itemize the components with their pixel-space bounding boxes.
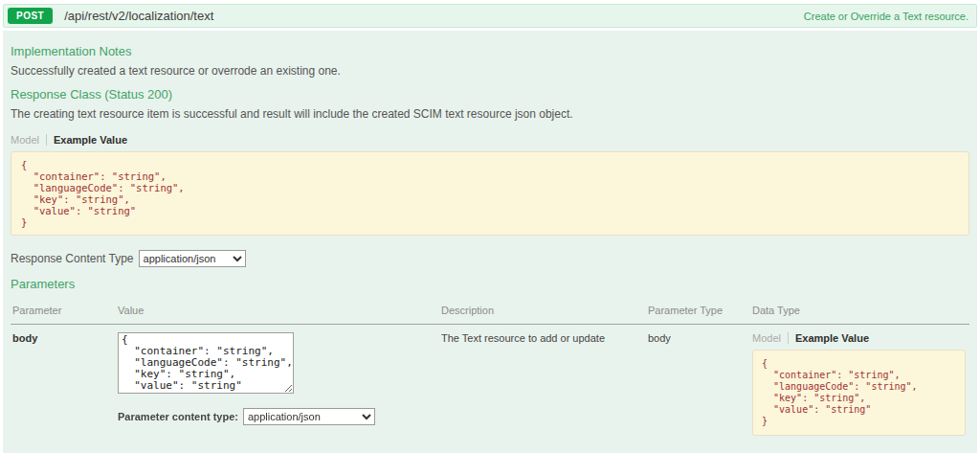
data-type-example-json: { "container": "string", "languageCode":…	[752, 350, 966, 436]
response-content-type-select[interactable]: application/json	[139, 250, 246, 267]
body-parameter-input[interactable]: { "container": "string", "languageCode":…	[118, 332, 294, 394]
parameter-name: body	[12, 332, 37, 344]
data-type-tab-example-value[interactable]: Example Value	[795, 332, 869, 344]
data-type-tabs: Model Example Value	[752, 332, 966, 344]
parameter-content-type-label: Parameter content type:	[118, 411, 238, 422]
response-class-text: The creating text resource item is succe…	[11, 107, 969, 121]
tab-example-value[interactable]: Example Value	[54, 134, 127, 146]
parameters-header-row: Parameter Value Description Parameter Ty…	[11, 297, 969, 325]
col-data-type: Data Type	[750, 297, 969, 325]
col-value: Value	[116, 297, 439, 325]
http-method-badge: POST	[8, 8, 53, 24]
response-content-type-label: Response Content Type	[11, 252, 134, 265]
implementation-notes-text: Successfully created a text resource or …	[11, 64, 969, 78]
response-content-type-row: Response Content Type application/json	[11, 250, 969, 267]
endpoint-summary-link[interactable]: Create or Override a Text resource.	[804, 11, 969, 22]
parameter-content-type-row: Parameter content type: application/json	[118, 408, 435, 425]
parameter-content-type-select[interactable]: application/json	[243, 408, 375, 425]
operation-panel: Implementation Notes Successfully create…	[3, 31, 977, 453]
endpoint-path: /api/rest/v2/localization/text	[64, 9, 213, 23]
data-type-tab-model[interactable]: Model	[752, 332, 789, 344]
endpoint-header[interactable]: POST /api/rest/v2/localization/text Crea…	[3, 4, 977, 28]
col-parameter-type: Parameter Type	[646, 297, 750, 325]
parameters-table: Parameter Value Description Parameter Ty…	[11, 297, 969, 442]
col-description: Description	[439, 297, 646, 325]
response-class-tabs: Model Example Value	[11, 134, 969, 146]
parameter-description: The Text resource to add or update	[441, 332, 605, 344]
parameter-type-value: body	[648, 332, 671, 344]
parameters-heading: Parameters	[11, 277, 969, 291]
parameter-row-body: body { "container": "string", "languageC…	[11, 325, 969, 442]
response-class-heading: Response Class (Status 200)	[11, 87, 969, 102]
implementation-notes-heading: Implementation Notes	[11, 44, 969, 58]
response-class-example-json: { "container": "string", "languageCode":…	[11, 151, 969, 236]
col-parameter: Parameter	[11, 297, 116, 325]
tab-model[interactable]: Model	[11, 134, 47, 146]
